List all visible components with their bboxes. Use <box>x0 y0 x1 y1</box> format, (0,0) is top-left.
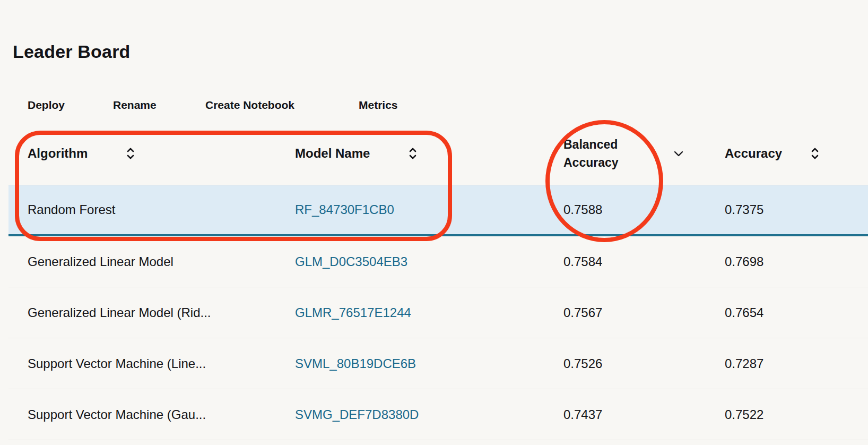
rename-button[interactable]: Rename <box>113 95 157 116</box>
algorithm-cell: Generalized Linear Model <box>28 236 173 287</box>
model-name-link[interactable]: GLM_D0C3504EB3 <box>295 254 407 269</box>
table-header-row: Algorithm Model Name Balanced <box>8 122 868 185</box>
accuracy-cell: 0.7698 <box>725 236 763 287</box>
leaderboard-screen: Leader Board Deploy Rename Create Notebo… <box>0 0 868 445</box>
model-name-link[interactable]: GLMR_76517E1244 <box>295 305 411 320</box>
create-notebook-button[interactable]: Create Notebook <box>205 95 294 116</box>
balanced-accuracy-cell: 0.7567 <box>563 287 602 338</box>
sort-up-down-icon[interactable] <box>811 122 819 185</box>
column-header-balanced-accuracy[interactable]: Balanced Accuracy <box>563 122 619 185</box>
accuracy-cell: 0.7522 <box>725 389 763 440</box>
column-header-accuracy[interactable]: Accuracy <box>725 122 782 185</box>
algorithm-cell: Random Forest <box>28 185 115 234</box>
table-row[interactable]: Support Vector Machine (Gau... SVMG_DEF7… <box>8 389 868 440</box>
column-header-model-name[interactable]: Model Name <box>295 122 370 185</box>
accuracy-cell: 0.7654 <box>725 287 763 338</box>
sort-up-down-icon[interactable] <box>409 122 417 185</box>
table-row[interactable]: Generalized Linear Model GLM_D0C3504EB3 … <box>8 236 868 287</box>
accuracy-cell: 0.7287 <box>725 338 763 389</box>
chevron-down-icon[interactable] <box>674 122 683 185</box>
column-header-algorithm[interactable]: Algorithm <box>28 122 88 185</box>
algorithm-cell: Support Vector Machine (Gau... <box>28 389 206 440</box>
model-name-link[interactable]: SVMG_DEF7D8380D <box>295 407 419 422</box>
page-title: Leader Board <box>13 41 131 62</box>
balanced-accuracy-cell: 0.7584 <box>563 236 602 287</box>
table-row[interactable]: Support Vector Machine (Line... SVML_80B… <box>8 338 868 389</box>
column-header-model-name-label: Model Name <box>295 146 370 161</box>
model-name-link[interactable]: SVML_80B19DCE6B <box>295 356 416 371</box>
accuracy-cell: 0.7375 <box>725 185 763 234</box>
balanced-accuracy-cell: 0.7588 <box>563 185 602 234</box>
balanced-accuracy-cell: 0.7437 <box>563 389 602 440</box>
table-row[interactable]: Random Forest RF_84730F1CB0 0.7588 0.737… <box>8 185 868 236</box>
toolbar: Deploy Rename Create Notebook Metrics <box>0 95 868 116</box>
metrics-button[interactable]: Metrics <box>359 95 398 116</box>
column-header-accuracy-label: Accuracy <box>725 146 782 161</box>
sort-up-down-icon[interactable] <box>126 122 135 185</box>
table-row[interactable]: Generalized Linear Model (Rid... GLMR_76… <box>8 287 868 338</box>
column-header-balanced-accuracy-label: Balanced Accuracy <box>563 135 619 172</box>
balanced-accuracy-cell: 0.7526 <box>563 338 602 389</box>
model-name-link[interactable]: RF_84730F1CB0 <box>295 202 394 217</box>
column-header-algorithm-label: Algorithm <box>28 146 88 161</box>
algorithm-cell: Generalized Linear Model (Rid... <box>28 287 211 338</box>
deploy-button[interactable]: Deploy <box>28 95 65 116</box>
algorithm-cell: Support Vector Machine (Line... <box>28 338 206 389</box>
leaderboard-table: Algorithm Model Name Balanced <box>8 122 868 440</box>
